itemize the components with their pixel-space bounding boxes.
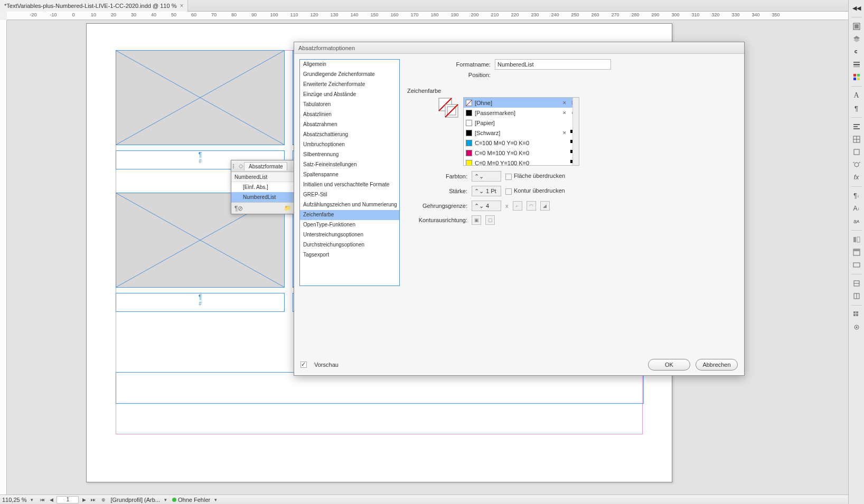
- panel-drag-handle[interactable]: [231, 164, 237, 168]
- category-item[interactable]: Durchstreichungsoptionen: [300, 240, 399, 250]
- category-item[interactable]: Unterstreichungsoptionen: [300, 230, 399, 240]
- links-panel-icon[interactable]: [851, 46, 862, 58]
- wide-text-frame[interactable]: [116, 372, 644, 404]
- category-item[interactable]: Allgemein: [300, 60, 399, 70]
- green-dot-icon: [172, 498, 176, 502]
- vertical-ruler: [0, 20, 7, 495]
- svg-rect-38: [853, 311, 856, 313]
- ok-button[interactable]: OK: [648, 359, 690, 370]
- overprint-stroke-checkbox: [505, 188, 512, 195]
- textwrap-panel-icon[interactable]: [851, 159, 862, 170]
- prev-page-button[interactable]: ◀: [48, 496, 55, 503]
- overprint-fill-checkbox: [505, 174, 512, 180]
- category-item[interactable]: Silbentrennung: [300, 150, 399, 160]
- scrollbar[interactable]: [572, 98, 579, 165]
- stroke-align-center-icon: ▣: [472, 215, 481, 225]
- paragraph-styles-panel[interactable]: ◇ Absatzformate NumberedList [Einf. Abs.…: [231, 160, 295, 214]
- formatname-input[interactable]: [495, 59, 611, 70]
- swatch-list[interactable]: [Ohne]✕☐[Passermarken]✕⊕[Papier][Schwarz…: [463, 97, 579, 166]
- table-panel-icon[interactable]: [851, 134, 862, 145]
- svg-rect-20: [853, 126, 858, 127]
- close-tab-icon[interactable]: ×: [180, 3, 183, 9]
- paragraph-style-item[interactable]: NumberedList: [231, 192, 295, 202]
- swatch-row[interactable]: [Passermarken]✕⊕: [464, 108, 579, 118]
- dock-expand-icon[interactable]: ◀◀: [851, 2, 862, 14]
- style-group-header[interactable]: NumberedList: [231, 172, 295, 182]
- fill-stroke-proxy[interactable]: [438, 97, 459, 118]
- category-item[interactable]: Aufzählungszeichen und Nummerierung: [300, 200, 399, 210]
- category-item[interactable]: Umbruchoptionen: [300, 140, 399, 150]
- clear-override-icon[interactable]: ¶⊘: [234, 205, 243, 212]
- cancel-button[interactable]: Abbrechen: [696, 359, 738, 370]
- grid-panel-icon[interactable]: [851, 309, 862, 320]
- swatch-row[interactable]: [Schwarz]✕: [464, 128, 579, 138]
- open-icon[interactable]: ⊕: [100, 496, 107, 503]
- panel-tab[interactable]: Absatzformate: [244, 162, 287, 170]
- category-item[interactable]: Absatzlinien: [300, 110, 399, 120]
- paragraph-panel-icon[interactable]: ¶: [851, 102, 862, 114]
- category-item[interactable]: Absatzschattierung: [300, 130, 399, 140]
- fx-panel-icon[interactable]: fx: [851, 172, 862, 183]
- category-item[interactable]: Erweiterte Zeichenformate: [300, 80, 399, 90]
- new-folder-icon[interactable]: 📁: [284, 205, 292, 212]
- image-frame[interactable]: [116, 50, 285, 145]
- panel-header[interactable]: ◇ Absatzformate: [231, 160, 295, 172]
- swatch-row[interactable]: C=100 M=0 Y=0 K=0: [464, 138, 579, 148]
- category-item[interactable]: Tagsexport: [300, 250, 399, 260]
- swatch-row[interactable]: C=0 M=100 Y=0 K=0: [464, 148, 579, 158]
- text-frame[interactable]: ¶#: [116, 293, 285, 312]
- swatch-row[interactable]: [Ohne]✕☐: [464, 98, 579, 108]
- category-item[interactable]: Satz-Feineinstellungen: [300, 160, 399, 170]
- category-list[interactable]: AllgemeinGrundlegende ZeichenformateErwe…: [299, 59, 400, 286]
- paragraph-styles-panel-icon[interactable]: ¶↓: [851, 190, 862, 202]
- character-styles-panel-icon[interactable]: A↓: [851, 203, 862, 214]
- category-item[interactable]: Tabulatoren: [300, 100, 399, 110]
- svg-rect-17: [853, 78, 856, 80]
- next-page-button[interactable]: ▶: [80, 496, 88, 503]
- table-styles-panel-icon[interactable]: [851, 246, 862, 258]
- preview-label: Vorschau: [314, 362, 339, 368]
- swatch-row[interactable]: [Papier]: [464, 118, 579, 128]
- category-item[interactable]: GREP-Stil: [300, 190, 399, 200]
- layers-panel-icon[interactable]: [851, 33, 862, 45]
- paragraph-style-item[interactable]: [Einf. Abs.]: [231, 182, 295, 192]
- svg-rect-19: [853, 124, 860, 125]
- align-panel-icon[interactable]: [851, 121, 862, 132]
- category-item[interactable]: Einzüge und Abstände: [300, 90, 399, 100]
- last-page-button[interactable]: ⏭: [89, 496, 97, 503]
- page-number-input[interactable]: [57, 496, 79, 503]
- panel-icon[interactable]: [851, 259, 862, 271]
- category-item[interactable]: Zeichenfarbe: [300, 210, 399, 220]
- document-tab[interactable]: *TextVariables-plus-Numbered-List-LIVE-1…: [0, 0, 188, 12]
- first-page-button[interactable]: ⏮: [39, 496, 46, 503]
- category-item[interactable]: Absatzrahmen: [300, 120, 399, 130]
- tint-label: Farbton:: [411, 173, 467, 179]
- settings-icon[interactable]: [851, 321, 862, 333]
- svg-rect-32: [853, 249, 860, 251]
- svg-rect-29: [853, 237, 856, 242]
- character-panel-icon[interactable]: A: [851, 90, 862, 101]
- cell-styles-panel-icon[interactable]: [851, 234, 862, 245]
- document-tab-bar: *TextVariables-plus-Numbered-List-LIVE-1…: [0, 0, 864, 12]
- swatches-panel-icon[interactable]: [851, 71, 862, 83]
- category-item[interactable]: Initialien und verschachtelte Formate: [300, 180, 399, 190]
- svg-rect-15: [853, 74, 856, 77]
- preview-checkbox[interactable]: [300, 362, 307, 368]
- zoom-field[interactable]: 110,25 %▾: [2, 496, 35, 504]
- profile-field[interactable]: [Grundprofil] (Arb...▾: [110, 496, 169, 504]
- category-item[interactable]: OpenType-Funktionen: [300, 220, 399, 230]
- object-styles-panel-icon[interactable]: aA: [851, 215, 862, 227]
- preflight-status[interactable]: Ohne Fehler▾: [172, 496, 219, 504]
- svg-rect-33: [853, 263, 860, 267]
- swatch-row[interactable]: C=0 M=0 Y=100 K=0: [464, 158, 579, 166]
- dialog-title[interactable]: Absatzformatoptionen: [294, 42, 744, 54]
- cjk2-panel-icon[interactable]: [851, 290, 862, 302]
- category-item[interactable]: Grundlegende Zeichenformate: [300, 70, 399, 80]
- category-item[interactable]: Spaltenspanne: [300, 170, 399, 180]
- cjk-panel-icon[interactable]: [851, 278, 862, 289]
- pages-panel-icon[interactable]: [851, 21, 862, 32]
- object-panel-icon[interactable]: [851, 146, 862, 158]
- svg-rect-21: [853, 128, 860, 129]
- stroke-panel-icon[interactable]: [851, 59, 862, 70]
- svg-rect-30: [857, 237, 860, 242]
